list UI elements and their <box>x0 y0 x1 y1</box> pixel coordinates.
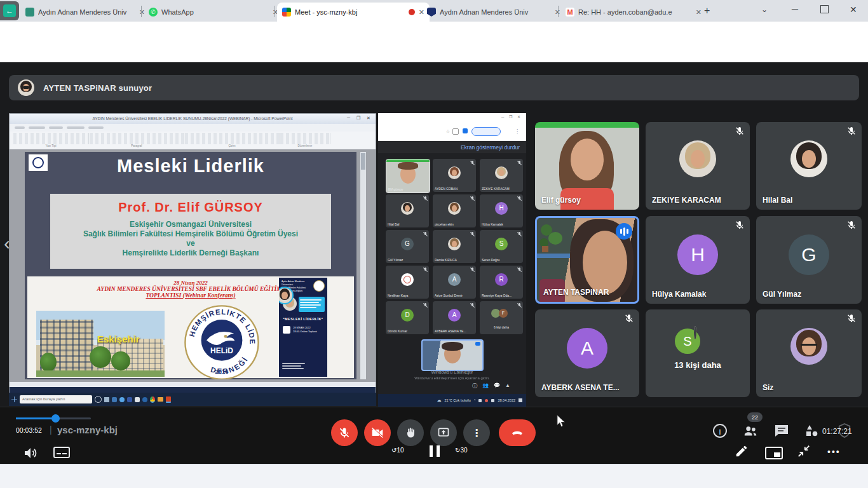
tab-whatsapp[interactable]: ✆ WhatsApp ✕ <box>144 3 283 22</box>
recording-indicator-icon <box>409 9 415 15</box>
camera-toggle-button[interactable] <box>364 419 391 446</box>
nested-cam-badge <box>475 342 480 346</box>
mic-off-icon <box>624 313 634 326</box>
tab-meet-active[interactable]: Meet - ysc-mzny-kbj ✕ <box>277 3 430 22</box>
activate-windows-watermark: Windows'u Etkinleştir <box>378 370 526 374</box>
slide-speaker-box: Prof. Dr. Elif GÜRSOY Eskişehir Osmangaz… <box>50 194 331 269</box>
participant-name: Hilal Bal <box>763 196 792 205</box>
participant-name: ZEKiYE KARACAM <box>652 196 721 205</box>
mic-off-icon <box>735 220 745 233</box>
shared-win10-taskbar: Aramak için buraya yazın <box>9 393 376 406</box>
tab-adu-1[interactable]: Aydın Adnan Menderes Üniv ✕ <box>20 3 150 22</box>
poster-title: *MESLEKİ LİDERLİK* <box>279 317 327 321</box>
nested-tile: ZEKiYE KARACAM <box>480 159 523 192</box>
participant-tile-hilal[interactable]: Hilal Bal <box>756 122 862 210</box>
adu-shield-favicon <box>427 8 436 17</box>
slide-footer: 28 Nisan 2022 AYDIN MENDERES ÜNİVERSİTES… <box>27 276 354 378</box>
slide-scrollbar <box>360 152 366 379</box>
poster-logo <box>313 280 325 292</box>
elapsed-time: 00:03:52 <box>16 426 42 434</box>
participant-name: AYTEN TASPiNAR <box>543 288 609 297</box>
meeting-code: ysc-mzny-kbj <box>57 424 118 435</box>
taskbar-search-box: Aramak için buraya yazın <box>20 395 92 403</box>
captions-icon[interactable] <box>53 447 70 459</box>
tab-divider <box>558 6 559 17</box>
window-minimize-button[interactable]: ─ <box>792 4 798 14</box>
tab-close-icon[interactable]: ✕ <box>696 8 702 17</box>
ribbon-group-label: Çizim <box>185 144 279 147</box>
new-tab-button[interactable]: + <box>704 5 710 17</box>
pause-button[interactable] <box>430 445 440 457</box>
present-button[interactable] <box>430 419 457 446</box>
cortana-icon <box>95 396 102 403</box>
nested-tile: Neslihan Kaya <box>386 266 429 299</box>
tab-divider <box>141 6 142 17</box>
volume-icon[interactable] <box>23 445 38 461</box>
player-more-button[interactable]: ••• <box>827 447 841 457</box>
participant-count-badge: 22 <box>747 412 763 422</box>
slide-affiliation-line: Hemşirelikte Liderlik Derneği Başkanı <box>50 248 331 258</box>
nested-tile: SSeren Doğru <box>480 230 523 263</box>
participant-tile-zekiye[interactable]: ZEKiYE KARACAM <box>646 122 750 210</box>
presenter-avatar <box>18 79 34 96</box>
nested-weather: 21°C Çok bulutlu <box>445 398 471 402</box>
window-close-button[interactable]: ✕ <box>850 4 857 15</box>
participant-tile-overflow[interactable]: S 13 kişi daha <box>646 309 750 397</box>
raise-hand-button[interactable] <box>397 419 424 446</box>
video-seek-bar[interactable] <box>16 417 91 419</box>
slide-speaker: Prof. Dr. Elif GÜRSOY <box>50 200 331 215</box>
nested-tile: HHülya Kamalak <box>480 194 523 227</box>
slide: Mesleki Liderlik Prof. Dr. Elif GÜRSOY E… <box>25 152 356 379</box>
participant-name: AYBERK ASENA TE... <box>541 383 620 392</box>
windows-taskbar: 29°C Güneşli ∧ <box>0 464 868 488</box>
bottom-control-bar: 00:03:52 | ysc-mzny-kbj ⋮ ↺10 ↻30 22 i <box>0 407 868 464</box>
gmail-favicon: M <box>566 8 574 17</box>
tab-search-chevron-icon[interactable]: ⌄ <box>761 5 768 14</box>
tab-title: WhatsApp <box>161 8 269 16</box>
slide-affiliation-line: Sağlık Bilimleri Fakültesi Hemşirelik Bö… <box>50 229 331 239</box>
tab-title: Meet - ysc-mzny-kbj <box>295 8 405 16</box>
people-button[interactable] <box>742 424 759 438</box>
participant-tile-gul[interactable]: G Gül Yılmaz <box>756 216 862 304</box>
tab-adu-2[interactable]: Aydın Adnan Menderes Üniv ✕ <box>422 3 566 22</box>
window-maximize-button[interactable] <box>820 5 829 13</box>
participant-tile-hulya[interactable]: H Hülya Kamalak <box>646 216 750 304</box>
poster-time: 18.00-Online Toplantı <box>293 330 317 334</box>
campus-photo: Eskişehir <box>36 311 165 377</box>
mini-player-button[interactable] <box>765 447 783 459</box>
nested-date: 28.04.2022 <box>498 398 515 402</box>
separator: | <box>50 424 52 435</box>
participant-avatar <box>679 140 716 177</box>
end-call-button[interactable] <box>499 419 536 446</box>
participant-tile-ayten[interactable]: AYTEN TASPiNAR <box>535 216 639 304</box>
annotate-pencil-button[interactable] <box>735 444 749 458</box>
participant-tile-elif[interactable]: Elif gürsoy <box>535 122 639 210</box>
nested-tile: F6 kişi daha <box>480 301 523 334</box>
mic-toggle-button[interactable] <box>331 419 358 446</box>
tab-title: Aydın Adnan Menderes Üniv <box>440 8 551 16</box>
mouse-cursor <box>555 414 567 428</box>
participant-name: Hülya Kamalak <box>652 290 706 299</box>
participant-tile-siz[interactable]: Siz <box>756 309 862 397</box>
more-options-button[interactable]: ⋮ <box>463 419 490 446</box>
poster-org-line: Aydın Adnan Menderes Üniversitesi <box>281 280 309 287</box>
nested-tile: Hilal Bal <box>386 194 429 227</box>
bookmarks-bar: Documents - OneD... ✓ YouTube P (427) Pi… <box>0 43 868 63</box>
rewind-10-button[interactable]: ↺10 <box>391 447 404 454</box>
screen: Aydın Adnan Menderes Üniv ✕ ✆ WhatsApp ✕… <box>0 0 868 488</box>
nested-self-view <box>421 339 484 371</box>
forward-30-button[interactable]: ↻30 <box>455 447 468 454</box>
participant-tile-ayberk[interactable]: A AYBERK ASENA TE... <box>535 309 639 397</box>
meeting-clock: 01:27:21 <box>822 427 852 436</box>
slide-title: Mesleki Liderlik <box>25 156 356 177</box>
overlay-back-button[interactable]: ← <box>0 1 19 20</box>
exit-fullscreen-button[interactable] <box>797 444 811 458</box>
nested-taskbar: ☁ 21°C Çok bulutlu ^ 28.04.2022 <box>378 394 526 407</box>
activities-button[interactable] <box>804 424 820 438</box>
participant-avatar <box>790 140 827 177</box>
tab-gmail[interactable]: M Re: HH - ayden.coban@adu.e ✕ <box>560 3 707 22</box>
ppt-window-controls: ─ ❐ ✕ <box>347 116 373 121</box>
meeting-details-button[interactable]: i <box>713 424 727 438</box>
chat-button[interactable] <box>774 424 789 438</box>
mic-off-icon <box>846 313 857 326</box>
